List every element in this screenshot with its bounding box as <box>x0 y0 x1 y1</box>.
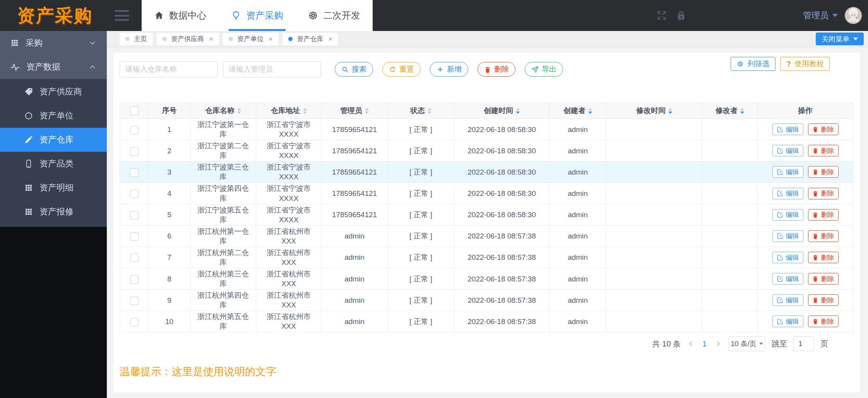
row-edit-button[interactable]: 编辑 <box>772 209 803 221</box>
delete-label: 删除 <box>821 146 834 155</box>
column-filter-button[interactable]: 列筛选 <box>731 57 776 71</box>
row-edit-button[interactable]: 编辑 <box>772 124 803 135</box>
tab-home[interactable]: 主页 <box>120 33 153 45</box>
nav-item-second-dev[interactable]: 二次开发 <box>296 0 373 31</box>
close-menu-button[interactable]: 关闭菜单 <box>816 33 864 45</box>
prev-page-icon[interactable] <box>687 340 695 348</box>
sort-icon[interactable] <box>365 108 369 114</box>
jump-page-input[interactable] <box>793 336 814 351</box>
lock-icon[interactable] <box>675 10 687 21</box>
row-edit-button[interactable]: 编辑 <box>772 145 803 156</box>
nav-item-asset-purchase[interactable]: 资产采购 <box>219 0 296 31</box>
trash-icon <box>812 254 818 261</box>
row-delete-button[interactable]: 删除 <box>808 166 839 178</box>
column-header[interactable]: 创建时间 <box>454 103 550 119</box>
next-page-icon[interactable] <box>714 340 722 348</box>
row-checkbox[interactable] <box>130 297 139 305</box>
tab-asset-unit[interactable]: 资产单位× <box>223 33 279 45</box>
row-edit-button[interactable]: 编辑 <box>772 316 803 327</box>
table-row: 9浙江杭州第四仓库浙江省杭州市XXXadmin[ 正常 ]2022-06-18 … <box>120 290 853 311</box>
export-button[interactable]: 导出 <box>525 62 563 77</box>
search-button[interactable]: 搜索 <box>335 62 373 77</box>
add-button[interactable]: 新增 <box>430 62 468 77</box>
row-checkbox[interactable] <box>130 318 139 326</box>
sidebar-item-asset-repair[interactable]: 资产报修 <box>0 200 107 224</box>
sort-icon[interactable] <box>428 108 431 114</box>
row-delete-button[interactable]: 删除 <box>808 273 839 285</box>
row-delete-button[interactable]: 删除 <box>808 209 839 221</box>
column-header[interactable]: 仓库地址 <box>256 103 322 119</box>
table-body: 1浙江宁波第一仓库浙江省宁波市XXXX17859654121[ 正常 ]2022… <box>120 119 853 333</box>
row-edit-button[interactable]: 编辑 <box>772 252 803 263</box>
sidebar-item-label: 资产明细 <box>39 182 74 194</box>
column-header[interactable]: 修改者 <box>702 103 758 119</box>
user-menu[interactable]: 管理员 <box>803 10 829 21</box>
row-edit-button[interactable]: 编辑 <box>772 230 803 242</box>
row-edit-button[interactable]: 编辑 <box>772 188 803 199</box>
row-checkbox[interactable] <box>130 254 139 262</box>
row-delete-button[interactable]: 删除 <box>808 316 839 327</box>
warehouse-name-input[interactable] <box>120 61 218 77</box>
row-delete-button[interactable]: 删除 <box>808 294 839 306</box>
edit-icon <box>777 276 783 282</box>
sort-icon[interactable] <box>516 108 520 114</box>
sidebar-item-asset-category[interactable]: 资产品类 <box>0 152 107 176</box>
row-edit-button[interactable]: 编辑 <box>772 273 803 285</box>
tab-asset-supplier[interactable]: 资产供应商× <box>157 33 219 45</box>
delete-button[interactable]: 删除 <box>478 62 515 77</box>
row-delete-button[interactable]: 删除 <box>808 145 839 156</box>
row-checkbox[interactable] <box>130 232 139 241</box>
column-header-label: 创建时间 <box>484 106 513 116</box>
page-number[interactable]: 1 <box>702 340 707 348</box>
tab-close-icon[interactable]: × <box>328 35 332 43</box>
row-edit-button[interactable]: 编辑 <box>772 166 803 178</box>
row-edit-button[interactable]: 编辑 <box>772 294 803 306</box>
cell-modifier <box>702 204 758 225</box>
content-area: 搜索 重置 <box>107 47 868 398</box>
row-delete-button[interactable]: 删除 <box>808 252 839 263</box>
row-checkbox[interactable] <box>130 211 139 220</box>
row-delete-button[interactable]: 删除 <box>808 188 839 199</box>
sort-icon[interactable] <box>303 108 307 114</box>
row-checkbox[interactable] <box>130 147 139 156</box>
delete-label: 删除 <box>494 64 509 74</box>
tab-asset-warehouse[interactable]: 资产仓库× <box>282 33 338 45</box>
column-header-label: 管理员 <box>340 106 362 116</box>
edit-label: 编辑 <box>786 125 799 134</box>
column-header[interactable]: 管理员 <box>322 103 388 119</box>
sidebar-item-asset-data[interactable]: 资产数据 <box>0 55 107 79</box>
sidebar-toggle-icon[interactable] <box>115 10 129 21</box>
cell-modifier <box>702 290 758 311</box>
fullscreen-icon[interactable] <box>656 10 668 21</box>
row-checkbox[interactable] <box>130 190 139 198</box>
sidebar-item-purchase[interactable]: 采购 <box>0 31 107 55</box>
manager-input[interactable] <box>223 61 321 77</box>
row-checkbox[interactable] <box>130 168 139 177</box>
cell-modifier <box>702 183 758 204</box>
row-delete-button[interactable]: 删除 <box>808 230 839 242</box>
column-header[interactable]: 仓库名称 <box>190 103 256 119</box>
tutorial-button[interactable]: ? 使用教程 <box>781 57 830 71</box>
sidebar-item-asset-unit[interactable]: 资产单位 <box>0 104 107 128</box>
column-header[interactable]: 修改时间 <box>606 103 702 119</box>
avatar[interactable] <box>845 7 862 24</box>
row-checkbox[interactable] <box>130 275 139 284</box>
row-checkbox[interactable] <box>130 126 139 134</box>
sidebar-item-asset-supplier[interactable]: 资产供应商 <box>0 80 107 104</box>
tab-close-icon[interactable]: × <box>269 35 273 43</box>
sidebar-item-asset-detail[interactable]: 资产明细 <box>0 176 107 200</box>
sort-icon[interactable] <box>588 108 592 114</box>
row-delete-button[interactable]: 删除 <box>808 124 839 135</box>
select-all-checkbox[interactable] <box>130 106 139 115</box>
nav-item-data-center[interactable]: 数据中心 <box>142 0 219 31</box>
reset-button[interactable]: 重置 <box>382 62 421 77</box>
cell-warehouse-name: 浙江杭州第一仓库 <box>190 225 256 247</box>
sort-icon[interactable] <box>237 108 241 114</box>
column-header[interactable]: 创建者 <box>550 103 606 119</box>
sort-icon[interactable] <box>740 108 744 114</box>
sidebar-item-asset-warehouse[interactable]: 资产仓库 <box>0 128 107 152</box>
page-size-select[interactable]: 10 条/页 <box>728 336 765 351</box>
column-header[interactable]: 状态 <box>388 103 454 119</box>
tab-close-icon[interactable]: × <box>209 35 213 43</box>
sort-icon[interactable] <box>668 108 672 114</box>
